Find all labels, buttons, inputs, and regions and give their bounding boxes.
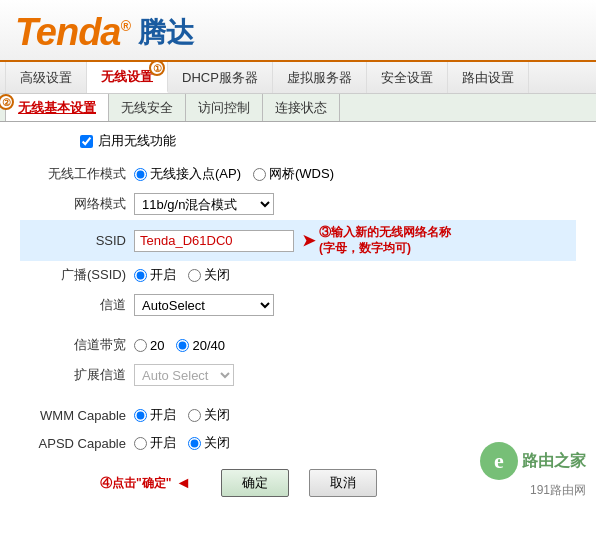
value-bandwidth: 20 20/40 <box>130 331 576 359</box>
table-row: WMM Capable 开启 关闭 <box>20 401 576 429</box>
table-row: 网络模式 11b/g/n混合模式 <box>20 188 576 220</box>
table-row: 信道 AutoSelect <box>20 289 576 321</box>
radio-broadcast-on-label[interactable]: 开启 <box>134 266 176 284</box>
value-net-mode: 11b/g/n混合模式 <box>130 188 576 220</box>
value-ssid: ➤ ③输入新的无线网络名称(字母，数字均可) <box>130 220 576 261</box>
radio-ap[interactable] <box>134 168 147 181</box>
table-row-ssid: SSID ➤ ③输入新的无线网络名称(字母，数字均可) <box>20 220 576 261</box>
radio-apsd-off-label[interactable]: 关闭 <box>188 434 230 452</box>
top-nav-item-dhcp[interactable]: DHCP服务器 <box>168 62 273 93</box>
enable-row: 启用无线功能 <box>80 132 576 150</box>
radio-wmm-on-label[interactable]: 开启 <box>134 406 176 424</box>
label-bandwidth: 信道带宽 <box>20 331 130 359</box>
radio-apsd-on-label[interactable]: 开启 <box>134 434 176 452</box>
label-net-mode: 网络模式 <box>20 188 130 220</box>
radio-bw20-label[interactable]: 20 <box>134 338 164 353</box>
content-area: 启用无线功能 无线工作模式 无线接入点(AP) 网桥(WDS) <box>0 122 596 507</box>
radio-wmm-off-label[interactable]: 关闭 <box>188 406 230 424</box>
logo-reg: ® <box>121 18 130 34</box>
cancel-button[interactable]: 取消 <box>309 469 377 497</box>
ssid-input[interactable] <box>134 230 294 252</box>
value-wmm: 开启 关闭 <box>130 401 576 429</box>
radio-wmm-off[interactable] <box>188 409 201 422</box>
radio-broadcast-on[interactable] <box>134 269 147 282</box>
watermark-circle: e <box>480 442 518 480</box>
top-nav-item-virtual[interactable]: 虚拟服务器 <box>273 62 367 93</box>
radio-bw20[interactable] <box>134 339 147 352</box>
radio-broadcast-off-label[interactable]: 关闭 <box>188 266 230 284</box>
sub-nav-item-access[interactable]: 访问控制 <box>186 94 263 121</box>
divider-row-2 <box>20 391 576 401</box>
radio-wds[interactable] <box>253 168 266 181</box>
table-row: 扩展信道 Auto Select <box>20 359 576 391</box>
net-mode-select[interactable]: 11b/g/n混合模式 <box>134 193 274 215</box>
settings-form: 无线工作模式 无线接入点(AP) 网桥(WDS) <box>20 160 576 457</box>
radio-broadcast-off[interactable] <box>188 269 201 282</box>
ssid-annotation: ➤ ③输入新的无线网络名称(字母，数字均可) <box>302 225 451 256</box>
ssid-annotation-text: ③输入新的无线网络名称(字母，数字均可) <box>319 225 451 256</box>
radio-wmm-on[interactable] <box>134 409 147 422</box>
arrow-left-icon: ◄ <box>175 474 191 492</box>
badge-1: ① <box>149 60 165 76</box>
watermark-url: 191路由网 <box>480 482 586 499</box>
radio-wds-label[interactable]: 网桥(WDS) <box>253 165 334 183</box>
label-ssid: SSID <box>20 220 130 261</box>
value-ext-channel: Auto Select <box>130 359 576 391</box>
top-nav-item-route[interactable]: 路由设置 <box>448 62 529 93</box>
radio-apsd-off[interactable] <box>188 437 201 450</box>
header: Tenda® 腾达 <box>0 0 596 62</box>
label-apsd: APSD Capable <box>20 429 130 457</box>
top-nav-item-advanced[interactable]: 高级设置 <box>5 62 87 93</box>
ext-channel-select[interactable]: Auto Select <box>134 364 234 386</box>
table-row: 广播(SSID) 开启 关闭 <box>20 261 576 289</box>
logo-cn: 腾达 <box>138 14 194 52</box>
confirm-annotation-text: ④点击"确定" <box>100 475 171 492</box>
enable-wireless-label[interactable]: 启用无线功能 <box>98 132 176 150</box>
value-work-mode: 无线接入点(AP) 网桥(WDS) <box>130 160 576 188</box>
confirm-button[interactable]: 确定 <box>221 469 289 497</box>
sub-nav: ② 无线基本设置 无线安全 访问控制 连接状态 <box>0 94 596 122</box>
channel-select[interactable]: AutoSelect <box>134 294 274 316</box>
sub-nav-item-basic[interactable]: ② 无线基本设置 <box>5 94 109 121</box>
badge-2: ② <box>0 94 14 110</box>
table-row: 无线工作模式 无线接入点(AP) 网桥(WDS) <box>20 160 576 188</box>
enable-wireless-checkbox[interactable] <box>80 135 93 148</box>
radio-apsd-on[interactable] <box>134 437 147 450</box>
top-nav: 高级设置 无线设置 ① DHCP服务器 虚拟服务器 安全设置 路由设置 <box>0 62 596 94</box>
label-wmm: WMM Capable <box>20 401 130 429</box>
label-broadcast: 广播(SSID) <box>20 261 130 289</box>
top-nav-item-wireless[interactable]: 无线设置 ① <box>87 62 168 93</box>
confirm-annotation-wrapper: ④点击"确定" ◄ <box>100 474 191 492</box>
logo-en-text: Tenda <box>15 11 121 53</box>
arrow-right-icon: ➤ <box>302 231 315 250</box>
logo-tenda: Tenda® <box>15 11 130 54</box>
label-channel: 信道 <box>20 289 130 321</box>
radio-bw2040-label[interactable]: 20/40 <box>176 338 225 353</box>
sub-nav-item-security[interactable]: 无线安全 <box>109 94 186 121</box>
sub-nav-item-status[interactable]: 连接状态 <box>263 94 340 121</box>
radio-bw2040[interactable] <box>176 339 189 352</box>
radio-ap-label[interactable]: 无线接入点(AP) <box>134 165 241 183</box>
label-work-mode: 无线工作模式 <box>20 160 130 188</box>
table-row: 信道带宽 20 20/40 <box>20 331 576 359</box>
watermark-e-icon: e <box>494 448 504 474</box>
value-broadcast: 开启 关闭 <box>130 261 576 289</box>
value-channel: AutoSelect <box>130 289 576 321</box>
top-nav-item-security[interactable]: 安全设置 <box>367 62 448 93</box>
watermark-site: 路由之家 <box>522 451 586 472</box>
divider-row <box>20 321 576 331</box>
watermark: e 路由之家 191路由网 <box>480 442 586 499</box>
label-ext-channel: 扩展信道 <box>20 359 130 391</box>
watermark-logo: e 路由之家 <box>480 442 586 480</box>
